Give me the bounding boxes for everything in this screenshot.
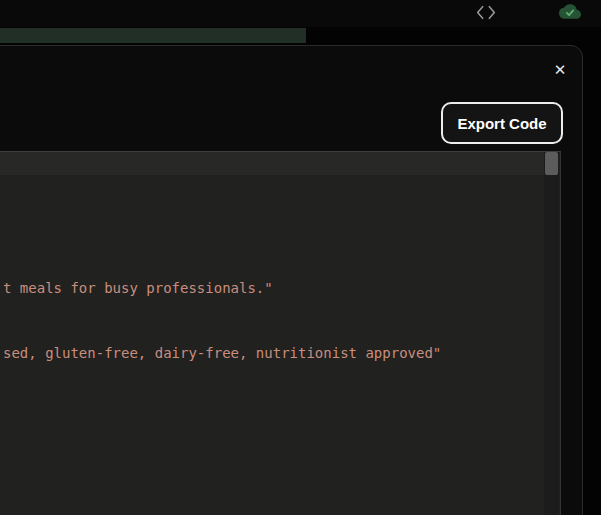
- code-line: sed, gluten-free, dairy-free, nutritioni…: [3, 345, 441, 361]
- export-code-button[interactable]: Export Code: [441, 102, 563, 144]
- background-tab-highlight: [0, 28, 306, 43]
- cloud-check-icon[interactable]: [559, 2, 581, 21]
- code-line: t meals for busy professionals.": [3, 280, 273, 296]
- close-icon[interactable]: ✕: [547, 57, 573, 83]
- code-icon[interactable]: [476, 4, 496, 21]
- editor-active-line: [0, 152, 545, 175]
- scrollbar-thumb[interactable]: [545, 152, 558, 175]
- export-code-modal: ✕ Export Code t meals for busy professio…: [0, 45, 583, 515]
- editor-scrollbar[interactable]: [544, 152, 559, 515]
- background-toolbar: [0, 0, 601, 27]
- app-window: ✕ Export Code t meals for busy professio…: [0, 0, 601, 515]
- code-editor-panel[interactable]: t meals for busy professionals." sed, gl…: [0, 151, 561, 515]
